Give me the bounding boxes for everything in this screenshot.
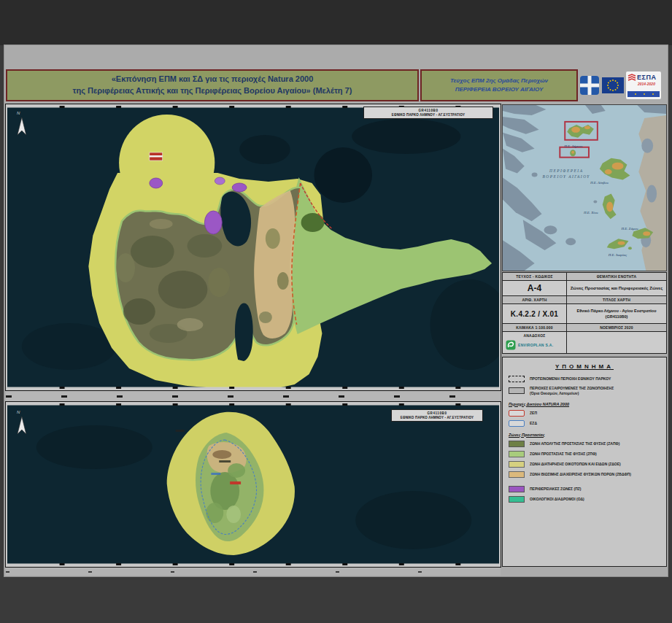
info-teyxos-value: Α-4 [503,281,567,296]
legend-zones-section: Ζώνες Προστασίας [509,433,660,437]
info-map-title-value: Εθνικό Πάρκο Λήμνου - Αγίου Ευστρατίου (… [567,304,666,324]
pz-swatch [509,486,525,492]
zvdfp-label: ΖΩΝΗ ΒΙΩΣΙΜΗΣ ΔΙΑΧΕΙΡΙΣΗΣ ΦΥΣΙΚΩΝ ΠΟΡΩΝ … [530,472,631,477]
secondary-map-name: ΕΘΝΙΚΟ ΠΑΡΚΟ ΛΗΜΝΟΥ - ΑΓ.ΕΥΣΤΡΑΤΙΟΥ [392,416,482,420]
document-title-box: «Εκπόνηση ΕΠΜ και ΣΔ για τις περιοχές Na… [6,69,419,101]
ezd-swatch [509,420,525,427]
espa-years: 2014-2020 [638,82,655,86]
info-scale-header: ΚΛΙΜΑΚΑ 1:100.000 [503,324,567,332]
info-thematic-header: ΘΕΜΑΤΙΚΗ ΕΝΟΤΗΤΑ [567,273,666,281]
north-label: N [17,410,20,414]
legend-item-zvdfp: ΖΩΝΗ ΒΙΩΣΙΜΗΣ ΔΙΑΧΕΙΡΙΣΗΣ ΦΥΣΙΚΩΝ ΠΟΡΩΝ … [509,471,660,478]
legend-item-pz: ΠΕΡΙΦΕΡΕΙΑΚΕΣ ΖΩΝΕΣ (ΠΖ) [509,486,660,492]
info-map-title-line1: Εθνικό Πάρκο Λήμνου - Αγίου Ευστρατίου [577,308,657,314]
zdoe-label: ΖΩΝΗ ΔΙΑΤΗΡΗΣΗΣ ΟΙΚΟΤΟΠΩΝ ΚΑΙ ΕΙΔΩΝ (ΖΔΟ… [530,462,621,467]
overview-label-lesvou: Π.Ε. Λέσβου [590,181,609,185]
enviroplan-icon [506,340,516,350]
main-map-canvas: N [7,106,499,389]
info-map-no-value: Κ.4.2.2 / Χ.01 [503,304,567,324]
zapf-zone [301,213,325,232]
excluded-areas-swatch [509,387,525,394]
info-teyxos-header: ΤΕΥΧΟΣ - ΚΩΔΙΚΟΣ [503,273,567,281]
main-map: N GR4110B0 ΕΘΝΙΚΟ ΠΑΡΚΟ ΛΗΜΝΟΥ - ΑΓ.ΕΥΣΤ… [6,104,501,390]
zep-swatch [509,410,525,417]
espa-logo: ΕΣΠΑ 2014-2020 [626,71,661,99]
viewer-top-strip [0,0,672,45]
legend-natura-section: Περιοχές Δικτύου NATURA 2000 [509,402,660,406]
overview-map-canvas: Π.Ε. Λήμνου ΠΕΡΙΦΕΡΕΙΑ ΒΟΡΕΙΟΥ ΑΙΓΑΙΟΥ Π… [503,105,666,271]
issue-line2: ΠΕΡΙΦΕΡΕΙΑ ΒΟΡΕΙΟΥ ΑΙΓΑΙΟΥ [422,85,576,94]
overview-label-limnou: Π.Ε. Λήμνου [563,144,583,148]
secondary-map-canvas: N [7,403,499,565]
eu-flag-icon [602,77,624,93]
overview-label-samou: Π.Ε. Σάμου [621,227,639,231]
main-map-title-box: GR4110B0 ΕΘΝΙΚΟ ΠΑΡΚΟ ΛΗΜΝΟΥ - ΑΓ.ΕΥΣΤΡΑ… [363,107,493,119]
legend-item-park: ΠΡΟΤΕΙΝΟΜΕΝΗ ΠΕΡΙΟΧΗ ΕΘΝΙΚΟΥ ΠΑΡΚΟΥ [509,376,660,382]
info-contractor-cell: ΑΝΑΔΟΧΟΣ ENVIROPLAN S.A. [503,332,567,353]
coordinate-ruler [6,391,501,401]
overview-label-chiou: Π.Ε. Χίου [583,211,598,214]
zapf-label: ΖΩΝΗ ΑΠΟΛΥΤΗΣ ΠΡΟΣΤΑΣΙΑΣ ΤΗΣ ΦΥΣΗΣ (ΖΑΠΦ… [530,441,619,446]
secondary-map-title-box: GR4110B0 ΕΘΝΙΚΟ ΠΑΡΚΟ ΛΗΜΝΟΥ - ΑΓ.ΕΥΣΤΡΑ… [391,409,483,422]
park-boundary-swatch [509,376,525,382]
zep-label: ΖΕΠ [530,411,537,416]
overview-label-ikarias: Π.Ε. Ικαρίας [608,253,627,257]
enviroplan-name: ENVIROPLAN S.A. [518,343,553,347]
legend-item-ezd: ΕΖΔ [509,420,660,427]
legend-item-zapf: ΖΩΝΗ ΑΠΟΛΥΤΗΣ ΠΡΟΣΤΑΣΙΑΣ ΤΗΣ ΦΥΣΗΣ (ΖΑΠΦ… [509,441,660,447]
legend-item-park-label: ΠΡΟΤΕΙΝΟΜΕΝΗ ΠΕΡΙΟΧΗ ΕΘΝΙΚΟΥ ΠΑΡΚΟΥ [530,376,611,382]
document-title-line1: «Εκπόνηση ΕΠΜ και ΣΔ για τις περιοχές Na… [7,74,417,85]
espa-name: ΕΣΠΑ [637,74,656,81]
ezd-label: ΕΖΔ [530,421,537,426]
document-title-line2: της Περιφέρειας Αττικής και της Περιφέρε… [7,85,417,97]
legend: ΥΠΟΜΝΗΜΑ ΠΡΟΤΕΙΝΟΜΕΝΗ ΠΕΡΙΟΧΗ ΕΘΝΙΚΟΥ ΠΑ… [502,357,667,567]
legend-title: ΥΠΟΜΝΗΜΑ [509,363,660,370]
zapf-swatch [509,441,525,447]
secondary-map: N GR4110B0 ΕΘΝΙΚΟ ΠΑΡΚΟ ΛΗΜΝΟΥ - ΑΓ.ΕΥΣΤ… [6,402,501,567]
enviroplan-logo: ENVIROPLAN S.A. [506,340,553,350]
overview-region-line1: ΠΕΡΙΦΕΡΕΙΑ [549,169,584,173]
od-label: ΟΙΚΟΛΟΓΙΚΟΙ ΔΙΑΔΡΟΜΟΙ (ΟΔ) [530,497,584,502]
bottom-coordinate-strip [6,568,501,576]
overview-map: Π.Ε. Λήμνου ΠΕΡΙΦΕΡΕΙΑ ΒΟΡΕΙΟΥ ΑΙΓΑΙΟΥ Π… [502,104,667,271]
north-label: N [17,111,20,115]
zdoe-swatch [509,461,525,468]
legend-item-zep: ΖΕΠ [509,410,660,417]
logo-strip: ΕΣΠΑ 2014-2020 [579,69,666,101]
excluded-label-line2: (Όρια Οικισμών, Λατομείων) [530,391,614,396]
zpf-label: ΖΩΝΗ ΠΡΟΣΤΑΣΙΑΣ ΤΗΣ ΦΥΣΗΣ (ΖΠΦ) [530,452,597,457]
overview-region-line2: ΒΟΡΕΙΟΥ ΑΙΓΑΙΟΥ [543,174,590,179]
red-marker [150,152,163,160]
legend-item-excluded: ΠΕΡΙΟΧΕΣ ΕΞΑΙΡΟΥΜΕΝΕΣ ΤΗΣ ΖΩΝΟΠΟΙΗΣΗΣ (Ό… [509,386,660,396]
legend-item-excluded-label: ΠΕΡΙΟΧΕΣ ΕΞΑΙΡΟΥΜΕΝΕΣ ΤΗΣ ΖΩΝΟΠΟΙΗΣΗΣ (Ό… [530,386,614,396]
zpf-swatch [509,451,525,457]
info-map-title-header: ΤΙΤΛΟΣ ΧΑΡΤΗ [567,296,666,304]
main-map-name: ΕΘΝΙΚΟ ΠΑΡΚΟ ΛΗΜΝΟΥ - ΑΓ.ΕΥΣΤΡΑΤΙΟΥ [364,113,493,117]
espa-mark-icon [627,73,637,83]
info-table: ΤΕΥΧΟΣ - ΚΩΔΙΚΟΣ ΘΕΜΑΤΙΚΗ ΕΝΟΤΗΤΑ Α-4 Ζώ… [502,272,667,354]
greek-flag-icon [579,74,600,96]
issue-box: Τεύχος ΕΠΜ 2ης Ομάδας Περιοχών ΠΕΡΙΦΕΡΕΙ… [420,69,578,101]
zvdfp-swatch [509,471,525,478]
info-map-no-header: ΑΡΙΘ. ΧΑΡΤΗ [503,296,567,304]
info-thematic-value: Ζώνες Προστασίας και Περιφερειακές Ζώνες [567,281,666,296]
excluded-label-line1: ΠΕΡΙΟΧΕΣ ΕΞΑΙΡΟΥΜΕΝΕΣ ΤΗΣ ΖΩΝΟΠΟΙΗΣΗΣ [530,386,614,391]
red-marker [230,481,241,484]
espa-bar [627,91,660,97]
info-empty-cell [567,332,666,353]
issue-line1: Τεύχος ΕΠΜ 2ης Ομάδας Περιοχών [422,77,576,85]
map-sheet: «Εκπόνηση ΕΠΜ και ΣΔ για τις περιοχές Na… [4,45,668,576]
legend-item-zpf: ΖΩΝΗ ΠΡΟΣΤΑΣΙΑΣ ΤΗΣ ΦΥΣΗΣ (ΖΠΦ) [509,451,660,457]
info-contractor-header: ΑΝΑΔΟΧΟΣ [523,333,545,338]
legend-item-od: ΟΙΚΟΛΟΓΙΚΟΙ ΔΙΑΔΡΟΜΟΙ (ΟΔ) [509,496,660,503]
pz-label: ΠΕΡΙΦΕΡΕΙΑΚΕΣ ΖΩΝΕΣ (ΠΖ) [530,487,582,492]
info-map-title-line2: (GR4110B0) [606,314,628,320]
info-date-header: ΝΟΕΜΒΡΙΟΣ 2020 [567,324,666,332]
od-swatch [509,496,525,503]
legend-item-zdoe: ΖΩΝΗ ΔΙΑΤΗΡΗΣΗΣ ΟΙΚΟΤΟΠΩΝ ΚΑΙ ΕΙΔΩΝ (ΖΔΟ… [509,461,660,468]
